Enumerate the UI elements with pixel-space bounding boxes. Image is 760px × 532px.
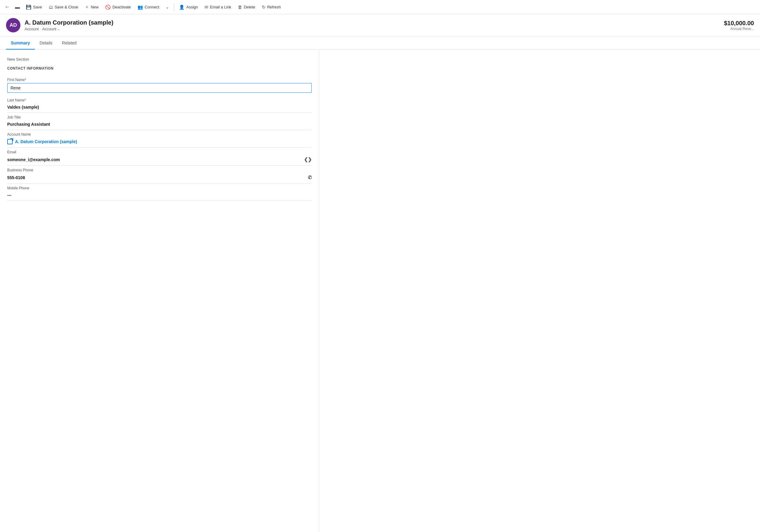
deactivate-icon: 🚫 <box>105 5 111 10</box>
delete-icon: 🗑 <box>238 5 242 10</box>
refresh-button[interactable]: ↻ Refresh <box>259 3 284 12</box>
chevron-down-icon: ⌄ <box>57 27 60 31</box>
account-link-icon <box>7 139 13 144</box>
connect-button[interactable]: 👥 Connect <box>134 3 162 12</box>
mobile-phone-label: Mobile Phone <box>7 186 312 190</box>
assign-button[interactable]: 👤 Assign <box>176 3 201 12</box>
record-info: A. Datum Corporation (sample) Account · … <box>24 19 114 31</box>
right-panel <box>319 50 760 532</box>
breadcrumb-2-dropdown[interactable]: Account ⌄ <box>42 27 60 31</box>
first-name-label: First Name* <box>7 78 312 82</box>
account-name-label: Account Name <box>7 132 312 137</box>
record-header-left: AD A. Datum Corporation (sample) Account… <box>6 18 114 32</box>
account-name-value[interactable]: A. Datum Corporation (sample) <box>7 138 312 148</box>
mobile-phone-field: Mobile Phone --- <box>0 184 319 201</box>
record-subtitle: Account · Account ⌄ <box>24 27 114 31</box>
save-close-icon: 🗂 <box>49 5 53 10</box>
first-name-input[interactable] <box>7 83 312 93</box>
annual-revenue-amount: $10,000.00 <box>724 20 754 27</box>
last-name-required: * <box>24 98 26 102</box>
record-title: A. Datum Corporation (sample) <box>24 19 114 26</box>
connect-icon: 👥 <box>137 5 143 10</box>
assign-icon: 👤 <box>179 5 185 10</box>
new-button[interactable]: ＋ New <box>82 2 102 12</box>
toolbar: ← ▬ 💾 Save 🗂 Save & Close ＋ New 🚫 Deacti… <box>0 0 760 15</box>
first-name-field: First Name* <box>0 75 319 96</box>
main-content: New Section CONTACT INFORMATION First Na… <box>0 50 760 532</box>
mobile-phone-value[interactable]: --- <box>7 192 312 201</box>
avatar: AD <box>6 18 21 32</box>
record-header-right: $10,000.00 Annual Reve... <box>724 20 754 31</box>
email-value: someone_i@example.com ❮❯ <box>7 155 312 166</box>
account-name-field: Account Name A. Datum Corporation (sampl… <box>0 130 319 148</box>
email-field: Email someone_i@example.com ❮❯ <box>0 148 319 166</box>
save-close-button[interactable]: 🗂 Save & Close <box>46 3 81 11</box>
job-title-field: Job Title Purchasing Assistant <box>0 113 319 130</box>
business-phone-field: Business Phone 555-0108 ✆ <box>0 166 319 184</box>
tab-details[interactable]: Details <box>35 36 57 50</box>
subtitle-dot: · <box>40 27 41 31</box>
record-header: AD A. Datum Corporation (sample) Account… <box>0 15 760 36</box>
last-name-value[interactable]: Valdes (sample) <box>7 104 312 113</box>
back-button[interactable]: ← <box>2 2 12 12</box>
email-label: Email <box>7 150 312 154</box>
breadcrumb-1: Account <box>24 27 39 31</box>
panel-toggle-button[interactable]: ▬ <box>13 2 22 12</box>
more-button[interactable]: ⌄ <box>163 3 172 11</box>
toolbar-divider <box>174 4 174 11</box>
phone-action-icon[interactable]: ✆ <box>308 175 312 180</box>
new-icon: ＋ <box>85 4 89 10</box>
contact-info-header: CONTACT INFORMATION <box>0 65 319 75</box>
refresh-icon: ↻ <box>262 5 266 10</box>
business-phone-text[interactable]: 555-0108 <box>7 175 25 180</box>
save-icon: 💾 <box>26 5 31 10</box>
first-name-required: * <box>25 78 26 82</box>
business-phone-value: 555-0108 ✆ <box>7 173 312 184</box>
delete-button[interactable]: 🗑 Delete <box>235 3 258 11</box>
business-phone-label: Business Phone <box>7 168 312 172</box>
email-link-button[interactable]: ✉ Email a Link <box>202 3 234 12</box>
email-link-icon: ✉ <box>205 5 209 10</box>
annual-revenue-label: Annual Reve... <box>724 27 754 31</box>
save-button[interactable]: 💾 Save <box>23 3 45 12</box>
tabs-bar: Summary Details Related <box>0 36 760 50</box>
left-panel: New Section CONTACT INFORMATION First Na… <box>0 50 319 532</box>
last-name-label: Last Name* <box>7 98 312 102</box>
last-name-field: Last Name* Valdes (sample) <box>0 96 319 113</box>
tab-summary[interactable]: Summary <box>6 36 35 50</box>
deactivate-button[interactable]: 🚫 Deactivate <box>102 3 134 12</box>
email-text[interactable]: someone_i@example.com <box>7 157 60 162</box>
new-section-label: New Section <box>0 56 319 65</box>
tab-related[interactable]: Related <box>57 36 81 50</box>
job-title-value[interactable]: Purchasing Assistant <box>7 121 312 130</box>
job-title-label: Job Title <box>7 115 312 119</box>
email-action-icon[interactable]: ❮❯ <box>304 156 312 162</box>
